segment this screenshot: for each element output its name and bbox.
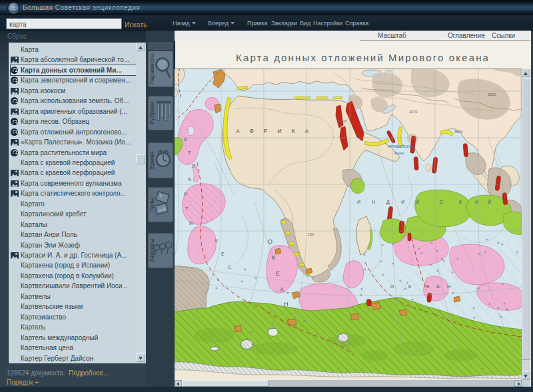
svg-text:3000: 3000 (488, 93, 496, 97)
svg-text:4000: 4000 (338, 119, 346, 123)
svg-text:И: И (401, 200, 404, 204)
svg-text:С: С (440, 200, 443, 204)
svg-text:Л: Л (192, 164, 195, 168)
svg-text:Н: Н (447, 284, 450, 289)
svg-text:И: И (357, 200, 360, 204)
svg-text:А: А (188, 177, 191, 182)
svg-text:2470: 2470 (409, 110, 417, 114)
svg-text:А: А (184, 137, 187, 142)
svg-text:Е: Е (276, 270, 280, 277)
svg-text:Н: Н (372, 200, 375, 204)
svg-text:Н: Н (184, 192, 187, 196)
svg-text:О: О (268, 238, 272, 245)
svg-text:АФРИКА: АФРИКА (236, 128, 318, 134)
svg-text:Е: Е (221, 252, 225, 256)
svg-text:Ч: Ч (215, 238, 218, 243)
svg-text:АРАВИЙСКОЕ: АРАВИЙСКОЕ (388, 144, 415, 148)
svg-text:К: К (272, 254, 276, 261)
svg-text:О: О (390, 284, 394, 289)
svg-text:А: А (436, 284, 440, 289)
svg-text:Й: Й (416, 199, 419, 204)
svg-text:Й: Й (488, 199, 491, 204)
svg-text:Д: Д (386, 200, 390, 205)
svg-text:Е: Е (426, 284, 430, 289)
svg-text:3600: 3600 (454, 130, 462, 134)
svg-text:И: И (189, 221, 193, 226)
svg-text:море: море (394, 151, 404, 155)
svg-text:И: И (475, 200, 478, 204)
svg-text:А: А (280, 286, 284, 293)
svg-text:Н: Н (284, 301, 288, 307)
svg-text:150: 150 (308, 232, 314, 236)
svg-text:Т: Т (185, 206, 189, 211)
svg-text:С: С (228, 265, 231, 270)
svg-text:Т: Т (188, 150, 191, 155)
